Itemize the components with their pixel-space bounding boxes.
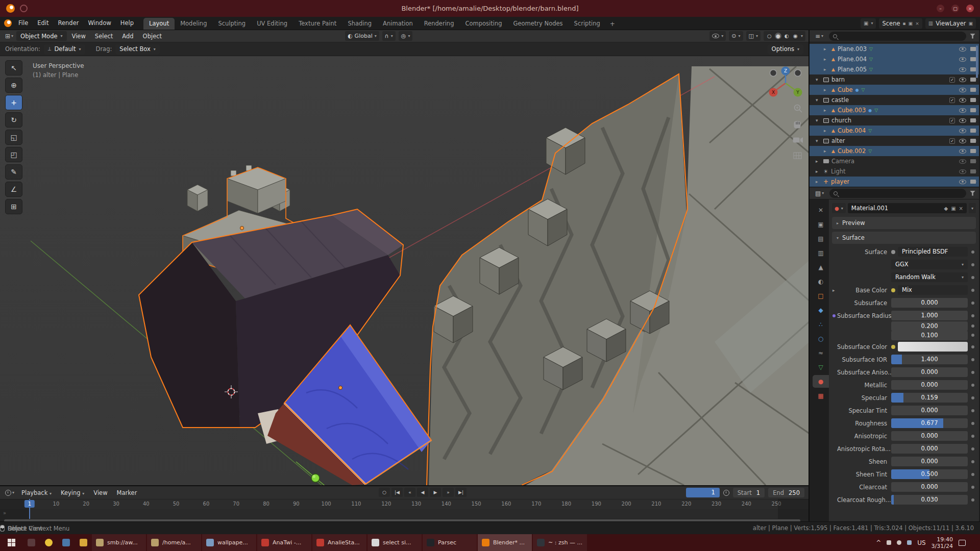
animate-dot[interactable]: [971, 486, 974, 489]
hide-eye-icon[interactable]: [959, 108, 966, 113]
animate-dot[interactable]: [971, 435, 974, 438]
collection-checkbox[interactable]: ✓: [949, 118, 955, 123]
tray-icon[interactable]: [887, 540, 891, 545]
animate-dot[interactable]: [971, 345, 974, 348]
use-preview-range-icon[interactable]: [723, 490, 729, 496]
scene-selector[interactable]: Scene ▪ ▣ ×: [879, 18, 922, 29]
tool-button[interactable]: ⊞: [5, 199, 22, 214]
view-layer-selector[interactable]: ▥ ViewLayer ▣: [925, 18, 976, 29]
workspace-tab[interactable]: Layout: [143, 18, 175, 30]
expand-icon[interactable]: ▾: [816, 77, 821, 82]
expand-icon[interactable]: ▸: [816, 159, 821, 164]
render-visibility-icon[interactable]: [970, 169, 976, 173]
outliner-row[interactable]: ▾ barn ✓: [810, 74, 979, 85]
animate-dot[interactable]: [971, 384, 974, 387]
tool-button[interactable]: ↖: [5, 60, 22, 76]
animate-dot[interactable]: [971, 276, 974, 279]
value-slider[interactable]: 0.000: [891, 406, 968, 415]
current-frame-field[interactable]: 1: [686, 488, 720, 497]
outliner-row[interactable]: ▸ ▲ Cube.002 ▽: [810, 146, 979, 156]
hide-eye-icon[interactable]: [959, 57, 966, 62]
topbar-menu-item[interactable]: Edit: [33, 17, 53, 30]
surface-section-header[interactable]: ▾Surface: [832, 232, 976, 244]
pan-hand-icon[interactable]: [794, 121, 800, 128]
blender-menu-icon[interactable]: [4, 19, 12, 27]
transform-orientation-dropdown[interactable]: ◐Global▾: [345, 31, 379, 41]
viewport-canvas[interactable]: X Y Z: [0, 56, 808, 485]
frame-end-field[interactable]: End250: [768, 488, 804, 497]
timeline-editor[interactable]: ▾ Playback ▾ Keying ▾ View Marker ○: [0, 485, 808, 521]
collection-checkbox[interactable]: ✓: [949, 97, 955, 103]
dropdown[interactable]: GGX▾: [891, 260, 968, 269]
options-dropdown[interactable]: Options▾: [768, 44, 803, 54]
show-hide-dropdown[interactable]: ▾: [709, 31, 726, 41]
workspace-tab[interactable]: Shading: [342, 18, 377, 30]
minimize-button[interactable]: –: [937, 5, 944, 12]
properties-tab[interactable]: ▲: [813, 261, 829, 273]
render-visibility-icon[interactable]: [970, 139, 976, 143]
properties-tab[interactable]: ▽: [813, 361, 829, 373]
viewport-menu-item[interactable]: Object: [139, 33, 166, 40]
properties-tab[interactable]: □: [813, 289, 829, 302]
value-field[interactable]: 1.000: [891, 311, 968, 320]
hide-eye-icon[interactable]: [959, 149, 966, 154]
start-button[interactable]: [0, 534, 22, 551]
taskbar-window-button[interactable]: smb://aw...: [92, 534, 146, 551]
value-slider[interactable]: 1.400: [891, 355, 968, 364]
outliner-row[interactable]: ▾ church ✓: [810, 115, 979, 126]
neg-axis-handle[interactable]: [770, 70, 777, 77]
viewport-menu-item[interactable]: View: [68, 33, 90, 40]
outliner-row[interactable]: ▸ ▲ Plane.004 ▽: [810, 54, 979, 64]
expand-icon[interactable]: ▸: [824, 57, 829, 62]
render-visibility-icon[interactable]: [970, 180, 976, 184]
workspace-tab[interactable]: Modeling: [175, 18, 212, 30]
render-visibility-icon[interactable]: [970, 67, 976, 71]
render-visibility-icon[interactable]: [970, 47, 976, 51]
taskbar-window-button[interactable]: Blender* ...: [478, 534, 532, 551]
outliner-row[interactable]: ▸ Camera: [810, 156, 979, 166]
workspace-tab[interactable]: Texture Paint: [293, 18, 342, 30]
value-slider[interactable]: 0.000: [891, 457, 968, 466]
value-slider[interactable]: 0.159: [891, 393, 968, 403]
menu-button[interactable]: Mix: [898, 285, 968, 295]
taskbar-window-button[interactable]: Parsec: [423, 534, 477, 551]
value-slider[interactable]: 0.000: [891, 298, 968, 308]
properties-tab[interactable]: ▦: [813, 389, 829, 402]
taskbar-quick-icon[interactable]: [57, 534, 75, 551]
proportional-edit-toggle[interactable]: ◎▾: [399, 31, 413, 41]
transport-button[interactable]: «: [404, 488, 415, 497]
animate-dot[interactable]: [971, 334, 974, 337]
transport-button[interactable]: |◀: [391, 488, 403, 497]
value-slider[interactable]: 0.000: [891, 367, 968, 377]
animate-dot[interactable]: [971, 396, 974, 399]
outliner-scrollbar[interactable]: [976, 45, 978, 78]
outliner-row[interactable]: ▸ ▲ Cube.003 ● ▽: [810, 105, 979, 115]
timeline-menu-item[interactable]: Playback ▾: [17, 489, 56, 496]
gizmos-dropdown[interactable]: ⊙▾: [729, 31, 743, 41]
taskbar-window-button[interactable]: wallpape...: [202, 534, 256, 551]
color-swatch[interactable]: [898, 342, 968, 352]
value-field[interactable]: 0.100: [891, 331, 968, 340]
outliner-row[interactable]: ▾ alter ✓: [810, 136, 979, 146]
filter-icon[interactable]: [970, 191, 975, 196]
snap-toggle[interactable]: ∩▾: [382, 31, 396, 41]
overlays-dropdown[interactable]: ◫▾: [746, 31, 761, 41]
hide-eye-icon[interactable]: [959, 47, 966, 52]
filter-icon[interactable]: [970, 34, 975, 39]
animate-dot[interactable]: [971, 324, 974, 328]
copy-icon[interactable]: ▣: [968, 21, 973, 26]
transport-button[interactable]: ○: [379, 488, 390, 497]
hide-eye-icon[interactable]: [959, 118, 966, 123]
menu-button[interactable]: Principled BSDF: [898, 247, 968, 257]
outliner-row[interactable]: ▸ ▲ Cube ● ▽: [810, 85, 979, 95]
render-visibility-icon[interactable]: [970, 149, 976, 153]
expand-icon[interactable]: ▸: [824, 46, 829, 52]
properties-tab[interactable]: ✕: [813, 204, 829, 216]
properties-tab[interactable]: ▥: [813, 246, 829, 259]
timeline-menu-item[interactable]: Marker: [113, 489, 141, 496]
properties-tab[interactable]: ●: [813, 375, 829, 388]
material-shading-button[interactable]: ◐: [783, 33, 790, 39]
properties-tab[interactable]: ≈: [813, 346, 829, 359]
pin-icon[interactable]: ▪: [903, 21, 906, 26]
render-visibility-icon[interactable]: [970, 108, 976, 112]
